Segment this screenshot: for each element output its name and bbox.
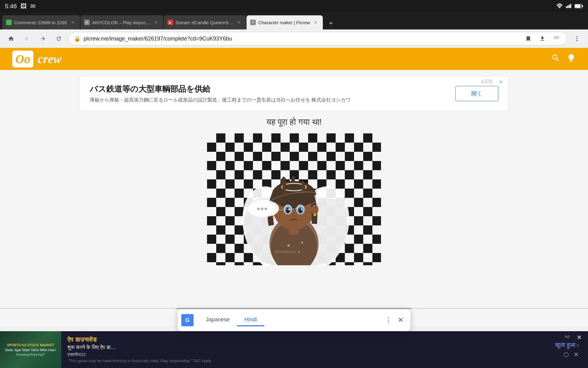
tab-favicon-comments	[6, 20, 12, 25]
svg-rect-1	[566, 6, 567, 8]
tab-close-picrew[interactable]: ✕	[312, 19, 319, 26]
tab-anycolor[interactable]: A ANYCOLOR – Play Anyco… ✕	[81, 15, 163, 29]
ad-title: バス鉄道等の大型車輌部品を供給	[90, 84, 351, 94]
forward-button[interactable]	[37, 33, 49, 45]
bottom-ad-image: SPORTS KA STOCK MARKET Bade Jigar Wale Y…	[0, 331, 61, 368]
svg-text:·: ·	[283, 214, 284, 217]
tab-picrew[interactable]: P Character maker | Picrew ✕	[247, 15, 323, 29]
translation-tab-hindi[interactable]: Hindi	[237, 314, 264, 326]
download-button[interactable]	[537, 33, 548, 44]
character-image: ★ ★ ★	[207, 133, 381, 265]
svg-point-42	[313, 213, 316, 216]
ad-close-button[interactable]: ✕	[499, 79, 503, 86]
url-bar[interactable]: 🔒 picrew.me/image_maker/626197/complete?…	[69, 32, 567, 45]
bottom-ad-exchange: एक्सचेंज22	[67, 352, 540, 357]
svg-text:★: ★	[297, 250, 300, 254]
header-actions	[551, 53, 576, 65]
svg-point-51	[265, 208, 267, 210]
browser-chrome: Comments 22689 to 2265 ✕ A ANYCOLOR – Pl…	[0, 12, 588, 48]
bottom-ad: Ad ✕ SPORTS KA STOCK MARKET Bade Jigar W…	[0, 331, 588, 368]
url-text: picrew.me/image_maker/626197/complete?cd…	[84, 36, 520, 42]
status-bar: 5:46 🖼 ✉	[0, 0, 588, 12]
tab-title-stream: Stream •|Candle Queen•S…	[175, 20, 233, 25]
translation-close-button[interactable]: ✕	[394, 314, 407, 326]
bottom-ad-action: खुला हुआ › ⬡ ✕	[546, 341, 588, 358]
translation-tab-japanese[interactable]: Japanese	[198, 314, 237, 326]
ad-banner: ℹ 広告 ✕ バス鉄道等の大型車輌部品を供給 薄板から厚板・超高張力鋼に至るロー…	[80, 76, 508, 111]
battery-icon	[575, 3, 583, 10]
picrew-logo: Oo crew	[12, 51, 62, 67]
bottom-ad-legal: "This game may be habit-forming or finan…	[67, 358, 540, 363]
ad-open-button[interactable]: 開く	[455, 86, 498, 101]
home-button[interactable]	[5, 33, 17, 45]
watermark: @hunbloom	[274, 249, 296, 254]
svg-point-0	[559, 8, 560, 8]
tab-favicon-stream: ▶	[168, 20, 173, 25]
bookmark-button[interactable]	[523, 33, 534, 44]
tabs-bar: Comments 22689 to 2265 ✕ A ANYCOLOR – Pl…	[0, 12, 588, 29]
svg-text:*: *	[302, 213, 303, 216]
svg-point-10	[576, 40, 578, 41]
svg-point-53	[314, 195, 317, 198]
svg-point-9	[576, 38, 578, 39]
tab-favicon-picrew: P	[250, 20, 256, 25]
search-icon[interactable]	[551, 53, 560, 65]
photo-icon: 🖼	[21, 3, 27, 10]
svg-rect-7	[582, 5, 583, 7]
svg-rect-3	[569, 5, 570, 8]
chevron-right-icon: ›	[577, 341, 579, 348]
new-tab-button[interactable]: +	[325, 17, 337, 29]
tab-close-comments[interactable]: ✕	[70, 19, 76, 26]
completion-text: यह पूरा हो गया था!	[0, 117, 588, 127]
svg-point-8	[576, 36, 578, 37]
ad-badge: ℹ 広告	[481, 79, 493, 84]
bottom-ad-close-x-icon[interactable]: ✕	[574, 351, 579, 358]
picrew-header: Oo crew	[0, 48, 588, 70]
lightbulb-icon[interactable]	[567, 53, 576, 65]
svg-text:★: ★	[300, 240, 304, 245]
tab-favicon-anycolor: A	[84, 20, 90, 25]
ad-description: 薄板から厚板・超高張力鋼に至るロール成形品の設計製造、後工程までの一貫生産は当社…	[90, 97, 351, 103]
svg-text:·: ·	[304, 212, 305, 215]
back-button[interactable]	[21, 33, 33, 45]
svg-point-29	[274, 182, 314, 201]
svg-point-49	[257, 208, 260, 210]
svg-text:★: ★	[287, 243, 291, 248]
bottom-ad-tagline: Bade Jigar Wale Yahin Mitte Hain!	[5, 348, 56, 352]
bottom-ad-open-button[interactable]: खुला हुआ ›	[555, 341, 579, 348]
tab-grid-button[interactable]	[551, 33, 562, 44]
address-bar: 🔒 picrew.me/image_maker/626197/complete?…	[0, 29, 588, 48]
translation-tabs: Japanese Hindi	[198, 314, 382, 326]
translator-icon: G	[181, 314, 194, 326]
tab-comments[interactable]: Comments 22689 to 2265 ✕	[2, 15, 80, 29]
tab-title-anycolor: ANYCOLOR – Play Anyco…	[92, 20, 150, 25]
page-content: Oo crew ℹ 広告 ✕ バス鉄道等の大型車輌部品を供給 薄板から厚板・超高…	[0, 48, 588, 327]
ad-text: バス鉄道等の大型車輌部品を供給 薄板から厚板・超高張力鋼に至るロール成形品の設計…	[90, 84, 351, 103]
bottom-ad-content: ऐप डाउनलोड शुरू करने के लिए ऐप डा… एक्सच…	[61, 332, 546, 367]
tab-stream[interactable]: ▶ Stream •|Candle Queen•S… ✕	[164, 15, 246, 29]
bottom-ad-label: Ad	[565, 334, 570, 339]
security-lock-icon: 🔒	[74, 35, 81, 42]
svg-point-50	[261, 208, 263, 210]
bottom-ad-download-label: Download Kiya Kya?	[17, 353, 45, 356]
signal-icon	[566, 3, 571, 10]
translation-bar: G Japanese Hindi ⋮ ✕	[178, 309, 410, 331]
bottom-ad-sports-label: SPORTS KA STOCK MARKET	[7, 343, 54, 347]
bottom-ad-expand-icon[interactable]: ⬡	[564, 351, 569, 358]
reload-button[interactable]	[53, 33, 65, 45]
bottom-ad-close-button[interactable]: ✕	[577, 334, 582, 341]
tab-close-anycolor[interactable]: ✕	[153, 19, 160, 26]
svg-point-38	[301, 209, 303, 210]
svg-text:*: *	[285, 213, 286, 215]
browser-menu-button[interactable]	[571, 33, 583, 45]
time-display: 5:46	[5, 3, 17, 10]
tab-close-stream[interactable]: ✕	[236, 19, 242, 26]
translation-more-button[interactable]: ⋮	[382, 314, 394, 326]
notification-icon: ✉	[30, 2, 36, 10]
tab-title-comments: Comments 22689 to 2265	[14, 20, 67, 25]
svg-rect-4	[570, 4, 571, 8]
wifi-icon	[556, 3, 563, 10]
bottom-ad-subtitle: शुरू करने के लिए ऐप डा…	[67, 344, 540, 351]
svg-rect-2	[567, 6, 569, 8]
svg-rect-6	[575, 4, 581, 8]
